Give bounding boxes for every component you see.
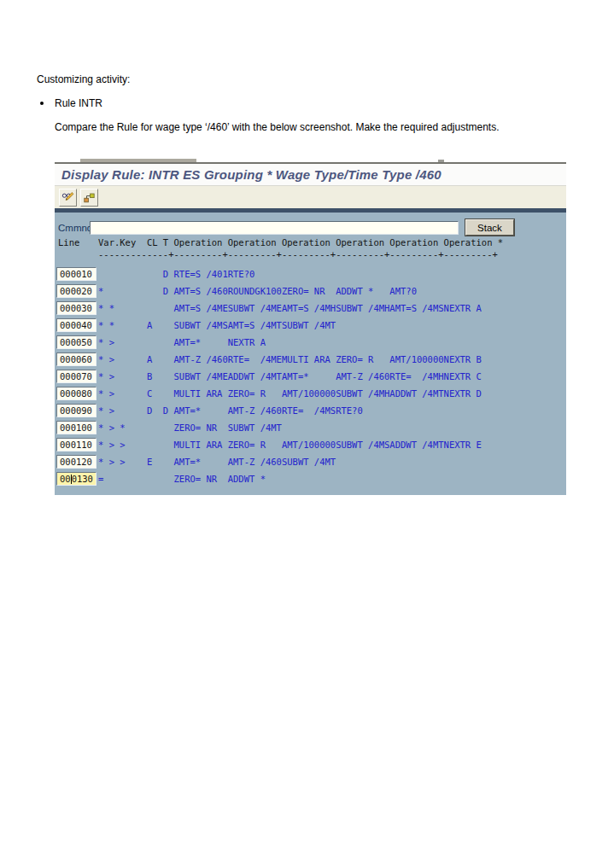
- rule-row-text: * > B SUBWT /4MEADDWT /4MTAMT=* AMT-Z /4…: [98, 371, 482, 382]
- rule-row-text: = ZERO= NR ADDWT *: [98, 474, 266, 484]
- rule-row-text: * > D D AMT=* AMT-Z /460RTE= /4MSRTE?0: [98, 405, 363, 416]
- table-header-row: Line Var.Key CL T Operation Operation Op…: [55, 237, 503, 248]
- display-change-icon: [61, 191, 74, 204]
- rule-row-text: * > AMT=* NEXTR A: [98, 337, 266, 347]
- line-column-header: Line: [56, 237, 96, 248]
- line-number-field[interactable]: 000050: [56, 335, 96, 349]
- line-number-field[interactable]: 000020: [56, 284, 96, 298]
- line-number-field[interactable]: 000060: [56, 352, 96, 366]
- line-number-field[interactable]: 000110: [56, 438, 96, 451]
- line-number-field[interactable]: 000040: [56, 318, 96, 332]
- structure-icon: [83, 191, 96, 204]
- line-number-field[interactable]: 000090: [56, 404, 96, 417]
- line-number-field[interactable]: 000130: [56, 472, 96, 486]
- rule-row-text: D RTE=S /401RTE?0: [98, 269, 254, 279]
- rule-table-rows: 000010 D RTE=S /401RTE?0 000020 * D AMT=…: [55, 265, 566, 487]
- line-column-spacer: [56, 249, 96, 259]
- customizing-activity-heading: Customizing activity:: [37, 73, 130, 85]
- window-edge-fragment: [80, 159, 196, 162]
- columns-header: Var.Key CL T Operation Operation Operati…: [98, 237, 503, 248]
- separator-line: -------------+---------+---------+------…: [98, 249, 498, 259]
- rule-row: 000080 * > C MULTI ARA ZERO= R AMT/10000…: [55, 385, 566, 402]
- rule-row-text: * * AMT=S /4MESUBWT /4MEAMT=S /4MHSUBWT …: [98, 303, 482, 313]
- structure-button[interactable]: [80, 189, 98, 207]
- command-input[interactable]: [90, 221, 459, 235]
- table-separator-row: -------------+---------+---------+------…: [55, 249, 498, 259]
- line-number-field[interactable]: 000070: [56, 370, 96, 383]
- rule-row-text: * > A AMT-Z /460RTE= /4MEMULTI ARA ZERO=…: [98, 354, 482, 364]
- line-number-field[interactable]: 000120: [56, 455, 96, 469]
- application-toolbar: [55, 186, 566, 208]
- sap-title-bar: Display Rule: INTR ES Grouping * Wage Ty…: [55, 164, 566, 186]
- rule-row: 000020 * D AMT=S /460ROUNDGK100ZERO= NR …: [55, 283, 566, 300]
- rule-row: 000120 * > > E AMT=* AMT-Z /460SUBWT /4M…: [55, 453, 566, 470]
- bullet-label: Rule INTR: [55, 97, 102, 109]
- rule-row-text: * > C MULTI ARA ZERO= R AMT/100000SUBWT …: [98, 388, 482, 399]
- command-label: Cmmnd: [58, 223, 90, 233]
- document-page: Customizing activity: Rule INTR Compare …: [0, 0, 614, 868]
- rule-row: 000050 * > AMT=* NEXTR A: [55, 334, 566, 351]
- display-change-button[interactable]: [59, 189, 77, 207]
- rule-row: 000070 * > B SUBWT /4MEADDWT /4MTAMT=* A…: [55, 368, 566, 385]
- rule-row: 000100 * > * ZERO= NR SUBWT /4MT: [55, 419, 566, 436]
- window-top-edge: [55, 158, 566, 164]
- rule-row-text: * > * ZERO= NR SUBWT /4MT: [98, 422, 282, 433]
- rule-row: 000010 D RTE=S /401RTE?0: [55, 265, 566, 283]
- rule-row: 000090 * > D D AMT=* AMT-Z /460RTE= /4MS…: [55, 402, 566, 419]
- rule-row: 000130 = ZERO= NR ADDWT *: [55, 470, 566, 487]
- line-number-field[interactable]: 000080: [56, 387, 96, 400]
- rule-editor-area: Cmmnd Stack Line Var.Key CL T Operation …: [55, 213, 566, 495]
- line-number-field[interactable]: 000010: [56, 267, 96, 281]
- bullet-dot: [40, 102, 44, 105]
- text-cursor: [71, 475, 72, 484]
- instruction-text: Compare the Rule for wage type ‘/460’ wi…: [55, 121, 500, 133]
- line-number-field[interactable]: 000100: [56, 421, 96, 434]
- rule-row-text: * > > MULTI ARA ZERO= R AMT/100000SUBWT …: [98, 440, 482, 450]
- rule-row: 000110 * > > MULTI ARA ZERO= R AMT/10000…: [55, 436, 566, 453]
- window-edge-notch: [438, 160, 444, 162]
- rule-row-text: * > > E AMT=* AMT-Z /460SUBWT /4MT: [98, 457, 336, 467]
- line-number-field[interactable]: 000030: [56, 301, 96, 315]
- sap-screenshot: Display Rule: INTR ES Grouping * Wage Ty…: [55, 158, 566, 497]
- rule-row: 000060 * > A AMT-Z /460RTE= /4MEMULTI AR…: [55, 351, 566, 368]
- screen-title: Display Rule: INTR ES Grouping * Wage Ty…: [61, 167, 441, 182]
- rule-row-text: * D AMT=S /460ROUNDGK100ZERO= NR ADDWT *…: [98, 286, 417, 296]
- stack-button[interactable]: Stack: [465, 219, 514, 236]
- bullet-item-rule-intr: Rule INTR: [40, 97, 102, 109]
- command-row: Cmmnd Stack: [58, 219, 514, 236]
- rule-row-text: * * A SUBWT /4MSAMT=S /4MTSUBWT /4MT: [98, 320, 336, 330]
- rule-row: 000040 * * A SUBWT /4MSAMT=S /4MTSUBWT /…: [55, 317, 566, 334]
- rule-row: 000030 * * AMT=S /4MESUBWT /4MEAMT=S /4M…: [55, 300, 566, 317]
